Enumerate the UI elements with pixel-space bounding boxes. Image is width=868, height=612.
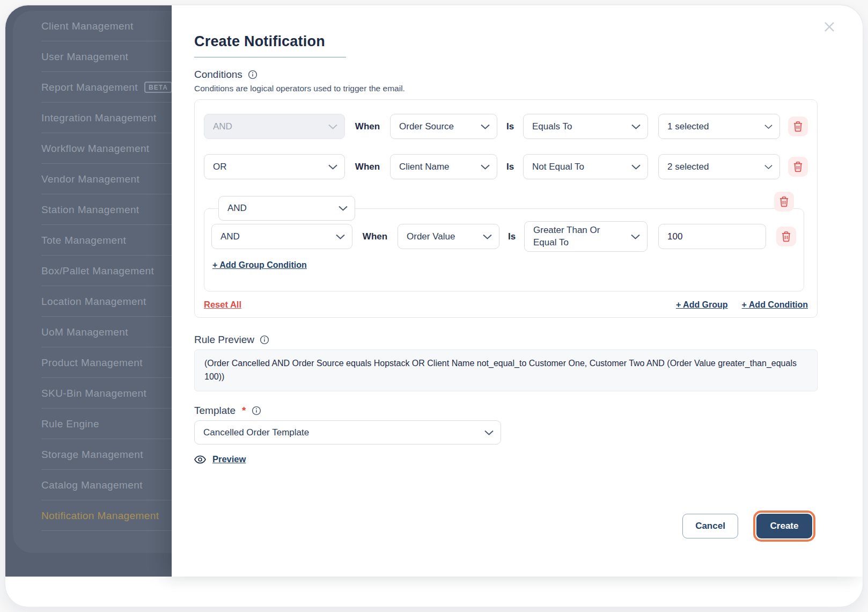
sidebar-item[interactable]: Tote Management	[5, 225, 172, 256]
modal-title: Create Notification	[194, 33, 325, 50]
sidebar-item-label: Integration Management	[41, 112, 157, 124]
beta-badge: BETA	[144, 82, 172, 93]
comparator-dropdown[interactable]: Equals To	[523, 114, 648, 139]
sidebar-item[interactable]: Notification Management	[5, 500, 172, 531]
info-icon	[260, 335, 269, 345]
close-icon[interactable]	[822, 19, 837, 34]
sidebar-item[interactable]: Storage Management	[5, 439, 172, 470]
sidebar-item[interactable]: Vendor Management	[5, 164, 172, 194]
sidebar-item[interactable]: Station Management	[5, 194, 172, 225]
delete-condition-button[interactable]	[788, 157, 808, 177]
trash-icon	[781, 231, 791, 242]
comparator-dropdown[interactable]: Greater Than Or Equal To	[524, 221, 648, 252]
is-label: Is	[499, 231, 524, 242]
when-label: When	[345, 162, 390, 172]
sidebar-item[interactable]: UoM Management	[5, 317, 172, 347]
eye-icon	[194, 455, 206, 464]
when-label: When	[352, 231, 398, 242]
operator-value: AND	[220, 231, 240, 242]
sidebar-item[interactable]: Integration Management	[5, 103, 172, 133]
chevron-down-icon	[339, 206, 348, 211]
field-value: Order Source	[399, 121, 454, 132]
sidebar-item[interactable]: Box/Pallet Management	[5, 256, 172, 286]
sidebar-item-label: Location Management	[41, 296, 146, 308]
title-underline	[194, 57, 346, 57]
chevron-down-icon	[484, 430, 494, 435]
chevron-down-icon	[336, 234, 345, 239]
sidebar-item[interactable]: Client Management	[5, 11, 172, 41]
chevron-down-icon	[631, 164, 641, 170]
sidebar-item[interactable]: User Management	[5, 41, 172, 72]
operator-value: AND	[213, 121, 232, 132]
sidebar-backdrop: Client Management User Management Report…	[5, 5, 172, 577]
chevron-down-icon	[328, 164, 337, 170]
conditions-description: Conditions are logical operators used to…	[194, 84, 405, 93]
field-dropdown[interactable]: Client Name	[390, 154, 497, 179]
field-value: Order Value	[407, 231, 455, 242]
selected-count: 2 selected	[667, 162, 709, 172]
delete-group-button[interactable]	[774, 192, 794, 212]
template-value: Cancelled Order Template	[203, 427, 309, 438]
sidebar-item-label: Rule Engine	[41, 418, 99, 430]
rule-preview-heading: Rule Preview	[194, 334, 254, 346]
sidebar-item-label: Box/Pallet Management	[41, 265, 154, 277]
sidebar-item-label: User Management	[41, 51, 128, 63]
required-asterisk: *	[242, 405, 246, 417]
condition-value-input[interactable]	[658, 224, 766, 249]
group-operator-dropdown[interactable]: AND	[218, 196, 355, 221]
sidebar-item-label: Station Management	[41, 204, 139, 216]
trash-icon	[793, 161, 803, 172]
sidebar-item-label: Catalog Management	[41, 479, 143, 491]
reset-all-link[interactable]: Reset All	[204, 300, 241, 310]
sidebar-item-label: SKU-Bin Management	[41, 388, 146, 399]
template-heading: Template	[194, 405, 236, 417]
when-label: When	[345, 121, 390, 132]
info-icon	[252, 406, 261, 416]
chevron-down-icon	[481, 124, 490, 129]
logical-operator-dropdown[interactable]: OR	[204, 154, 345, 179]
sidebar-item[interactable]: Product Management	[5, 347, 172, 378]
sidebar-item-label: Storage Management	[41, 449, 143, 461]
add-condition-link[interactable]: + Add Condition	[742, 300, 808, 310]
sidebar-item[interactable]: Workflow Management	[5, 133, 172, 164]
create-button[interactable]: Create	[756, 514, 812, 538]
sidebar-item-label: Product Management	[41, 357, 143, 369]
comparator-dropdown[interactable]: Not Equal To	[523, 154, 648, 179]
conditions-heading: Conditions	[194, 69, 242, 81]
selected-count: 1 selected	[667, 121, 709, 132]
field-dropdown[interactable]: Order Value	[398, 224, 499, 249]
sidebar-item[interactable]: Location Management	[5, 286, 172, 317]
delete-condition-button[interactable]	[776, 227, 796, 246]
sidebar-item-label: Notification Management	[41, 510, 159, 522]
cancel-button[interactable]: Cancel	[682, 514, 738, 538]
template-dropdown[interactable]: Cancelled Order Template	[194, 420, 501, 445]
value-dropdown[interactable]: 2 selected	[658, 154, 780, 179]
sidebar-item-label: UoM Management	[41, 326, 128, 338]
conditions-footer: Reset All + Add Group + Add Condition	[204, 300, 808, 310]
logical-operator-dropdown[interactable]: AND	[211, 224, 352, 249]
comparator-value: Greater Than Or Equal To	[533, 224, 623, 248]
sidebar-item[interactable]: Rule Engine	[5, 409, 172, 439]
condition-group: AND AND When	[204, 208, 804, 292]
field-value: Client Name	[399, 162, 450, 172]
operator-value: OR	[213, 162, 227, 172]
value-dropdown[interactable]: 1 selected	[658, 114, 780, 139]
sidebar-item-label: Workflow Management	[41, 143, 150, 155]
comparator-value: Not Equal To	[532, 162, 584, 172]
sidebar-item-label: Tote Management	[41, 235, 126, 246]
condition-row: AND When Order Source Is Equals To 1 sel…	[204, 114, 808, 139]
chevron-down-icon	[631, 124, 641, 129]
add-group-condition-link[interactable]: + Add Group Condition	[212, 260, 307, 270]
sidebar-item[interactable]: Catalog Management	[5, 470, 172, 500]
sidebar-item[interactable]: SKU-Bin Management	[5, 378, 172, 409]
sidebar-item-label: Report Management	[41, 82, 138, 93]
template-preview-action[interactable]: Preview	[194, 454, 246, 464]
chevron-down-icon	[481, 164, 490, 170]
field-dropdown[interactable]: Order Source	[390, 114, 497, 139]
sidebar-item-label: Client Management	[41, 20, 134, 32]
delete-condition-button[interactable]	[788, 116, 808, 136]
sidebar-item[interactable]: Report Management BETA	[5, 72, 172, 103]
conditions-card: AND When Order Source Is Equals To 1 sel…	[194, 99, 818, 318]
trash-icon	[793, 121, 803, 132]
add-group-link[interactable]: + Add Group	[676, 300, 728, 310]
